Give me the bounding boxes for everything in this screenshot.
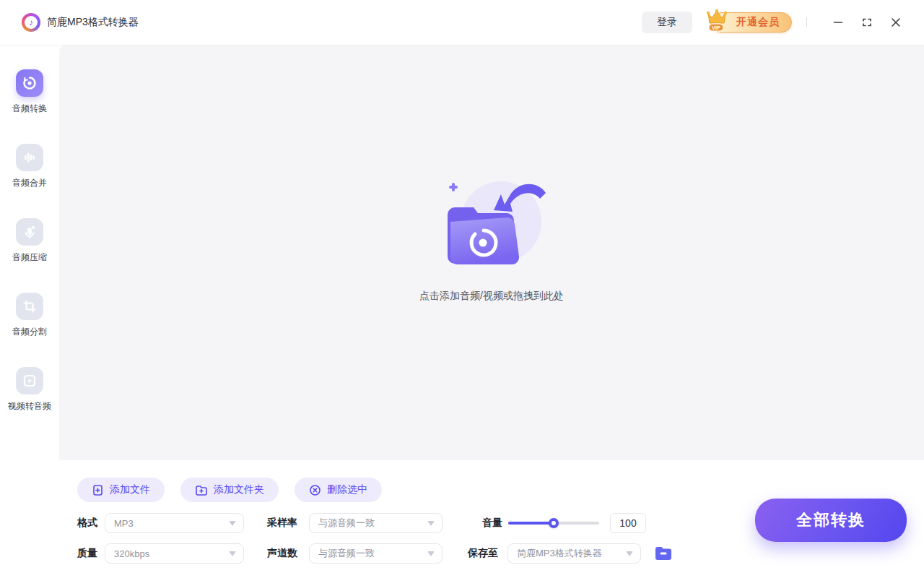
open-folder-button[interactable] [654, 545, 673, 562]
channels-label: 声道数 [267, 547, 297, 560]
chevron-down-icon [626, 551, 633, 556]
folder-icon [654, 545, 673, 562]
add-file-button[interactable]: 添加文件 [77, 478, 165, 502]
save-to-select[interactable]: 简鹿MP3格式转换器 [507, 543, 641, 564]
minimize-button[interactable] [827, 12, 849, 33]
format-label: 格式 [77, 517, 97, 530]
sidebar-item-label: 音频分割 [12, 326, 47, 338]
add-folder-button[interactable]: 添加文件夹 [180, 478, 279, 502]
volume-setting: 音量 [482, 513, 646, 533]
toolbar: 添加文件 添加文件夹 删除选中 [77, 478, 382, 502]
format-value: MP3 [114, 518, 134, 529]
sidebar-item-audio-convert[interactable]: 音频转换 [0, 69, 59, 115]
delete-selected-button[interactable]: 删除选中 [295, 478, 382, 502]
dropzone-hint: 点击添加音频/视频或拖拽到此处 [419, 290, 564, 303]
quality-label: 质量 [77, 547, 97, 560]
video-to-audio-icon [16, 367, 43, 394]
sidebar-item-video-to-audio[interactable]: 视频转音频 [0, 367, 59, 413]
folder-plus-icon [195, 484, 208, 496]
vip-button-label: 开通会员 [736, 16, 780, 29]
quality-select[interactable]: 320kbps [105, 543, 244, 564]
dropzone[interactable]: 点击添加音频/视频或拖拽到此处 [59, 46, 924, 460]
volume-label: 音量 [482, 517, 502, 530]
add-file-label: 添加文件 [110, 483, 150, 496]
vip-button[interactable]: VIP 开通会员 [711, 12, 792, 33]
quality-setting: 质量 320kbps [77, 543, 244, 564]
volume-input[interactable] [610, 513, 646, 533]
vip-badge-text: VIP [712, 25, 720, 30]
sidebar-item-label: 视频转音频 [8, 400, 51, 413]
sidebar-item-label: 音频合并 [12, 177, 47, 189]
app-logo: ♪ 简鹿MP3格式转换器 [22, 13, 139, 32]
format-select[interactable]: MP3 [105, 513, 244, 533]
close-button[interactable] [885, 12, 907, 33]
minimize-icon [832, 17, 844, 28]
add-folder-label: 添加文件夹 [214, 483, 264, 496]
app-title: 简鹿MP3格式转换器 [47, 16, 139, 29]
sidebar-item-audio-compress[interactable]: 音频压缩 [0, 218, 59, 264]
sidebar-item-audio-merge[interactable]: 音频合并 [0, 144, 59, 189]
audio-split-icon [16, 293, 43, 320]
bottom-panel: 添加文件 添加文件夹 删除选中 格式 MP3 采样率 与源音频一致 [0, 460, 924, 578]
file-plus-icon [92, 484, 104, 496]
chevron-down-icon [229, 551, 236, 556]
music-note-icon: ♪ [25, 16, 38, 29]
login-button[interactable]: 登录 [642, 12, 692, 33]
circle-x-icon [309, 484, 321, 496]
title-bar: ♪ 简鹿MP3格式转换器 登录 VIP 开通会员 [0, 0, 924, 46]
format-setting: 格式 MP3 [77, 513, 244, 533]
convert-all-button[interactable]: 全部转换 [755, 499, 907, 542]
channels-value: 与源音频一致 [318, 547, 375, 560]
header-divider [806, 17, 807, 27]
audio-compress-icon [16, 218, 43, 246]
sample-rate-select[interactable]: 与源音频一致 [309, 513, 443, 533]
save-to-label: 保存至 [468, 547, 498, 560]
audio-merge-icon [16, 144, 43, 171]
sidebar-item-audio-split[interactable]: 音频分割 [0, 293, 59, 338]
maximize-icon [861, 17, 873, 28]
channels-setting: 声道数 与源音频一致 [267, 543, 443, 564]
quality-value: 320kbps [114, 548, 149, 559]
delete-selected-label: 删除选中 [327, 483, 367, 496]
crown-vip-icon: VIP [702, 6, 731, 35]
volume-slider-knob[interactable] [549, 518, 559, 528]
chevron-down-icon [427, 551, 435, 556]
plus-icon [450, 184, 456, 190]
sample-rate-setting: 采样率 与源音频一致 [267, 513, 443, 533]
chevron-down-icon [229, 521, 236, 526]
chevron-down-icon [427, 521, 435, 526]
sidebar-item-label: 音频转换 [12, 103, 47, 115]
volume-slider[interactable] [508, 518, 599, 528]
app-logo-icon: ♪ [22, 13, 40, 32]
close-icon [890, 17, 902, 28]
channels-select[interactable]: 与源音频一致 [309, 543, 443, 564]
sample-rate-value: 与源音频一致 [318, 517, 375, 530]
save-to-setting: 保存至 简鹿MP3格式转换器 [468, 543, 673, 564]
add-files-illustration [423, 174, 560, 275]
volume-slider-fill [508, 522, 554, 525]
audio-convert-icon [16, 69, 43, 97]
maximize-button[interactable] [856, 12, 878, 33]
sidebar-item-label: 音频压缩 [12, 251, 47, 264]
sample-rate-label: 采样率 [267, 517, 297, 530]
save-to-value: 简鹿MP3格式转换器 [517, 547, 602, 560]
